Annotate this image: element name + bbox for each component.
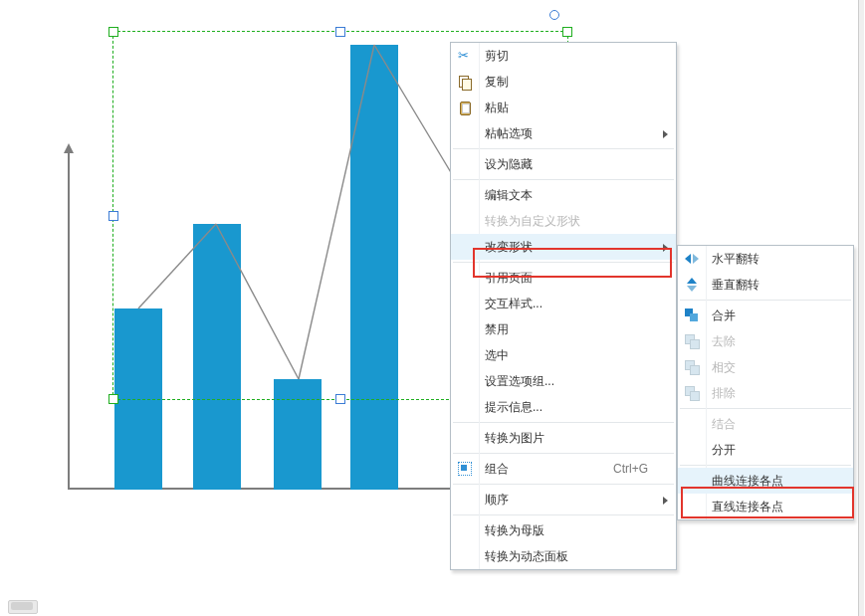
menu-edit-text[interactable]: 编辑文本 <box>451 182 676 208</box>
menu-change-shape-label: 改变形状 <box>485 240 533 254</box>
menu-select[interactable]: 选中 <box>451 342 676 368</box>
menu-cut-label: 剪切 <box>485 49 509 63</box>
menu-order-label: 顺序 <box>485 493 509 507</box>
menu-disable[interactable]: 禁用 <box>451 316 676 342</box>
menu-change-shape[interactable]: 改变形状 <box>451 234 676 260</box>
menu-disable-label: 禁用 <box>485 322 509 336</box>
menu-reference-page-label: 引用页面 <box>485 271 533 285</box>
menu-set-options-group-label: 设置选项组... <box>485 374 554 388</box>
menu-group-shortcut: Ctrl+G <box>613 456 648 482</box>
menu-convert-to-master-label: 转换为母版 <box>485 523 544 537</box>
separator <box>453 179 674 180</box>
menu-paste-options[interactable]: 粘帖选项 <box>451 120 676 146</box>
submenu-flip-h[interactable]: 水平翻转 <box>678 246 853 272</box>
copy-icon <box>458 75 472 89</box>
submenu-line-connect[interactable]: 直线连接各点 <box>678 494 853 519</box>
handle-ne[interactable] <box>562 27 572 37</box>
handle-w[interactable] <box>108 211 118 221</box>
submenu-intersect: 相交 <box>678 354 853 380</box>
menu-set-hidden[interactable]: 设为隐藏 <box>451 151 676 177</box>
submenu-exclude: 排除 <box>678 380 853 406</box>
menu-copy-label: 复制 <box>485 75 509 89</box>
handle-n[interactable] <box>335 27 345 37</box>
change-shape-submenu: 水平翻转 垂直翻转 合并 去除 相交 排除 结合 分开 曲线连接各点 直线连接各… <box>677 245 854 520</box>
menu-cut[interactable]: ✂ 剪切 <box>451 43 676 69</box>
submenu-flip-h-label: 水平翻转 <box>712 252 759 266</box>
separator <box>453 148 674 149</box>
menu-select-label: 选中 <box>485 348 509 362</box>
menu-interaction-style[interactable]: 交互样式... <box>451 291 676 316</box>
separator <box>453 453 674 454</box>
y-axis <box>68 151 70 490</box>
menu-paste-options-label: 粘帖选项 <box>485 126 533 140</box>
separator <box>453 422 674 423</box>
flip-vertical-icon <box>687 278 697 292</box>
submenu-flip-v[interactable]: 垂直翻转 <box>678 272 853 298</box>
menu-group-label: 组合 <box>485 462 509 476</box>
intersect-icon <box>685 360 699 374</box>
submenu-flip-v-label: 垂直翻转 <box>712 278 759 292</box>
menu-interaction-style-label: 交互样式... <box>485 297 542 310</box>
submenu-arrow-icon <box>663 497 668 505</box>
separator <box>453 262 674 263</box>
menu-convert-to-image[interactable]: 转换为图片 <box>451 425 676 451</box>
menu-paste-label: 粘贴 <box>485 101 509 114</box>
flip-horizontal-icon <box>685 254 699 264</box>
submenu-combine: 结合 <box>678 411 853 437</box>
menu-set-hidden-label: 设为隐藏 <box>485 157 533 171</box>
horizontal-scrollbar[interactable] <box>8 600 38 614</box>
handle-sw[interactable] <box>108 394 118 404</box>
submenu-combine-label: 结合 <box>712 417 736 431</box>
menu-convert-to-image-label: 转换为图片 <box>485 431 544 445</box>
separator <box>453 484 674 485</box>
submenu-arrow-icon <box>663 130 668 138</box>
submenu-separate[interactable]: 分开 <box>678 437 853 463</box>
menu-convert-custom-shape: 转换为自定义形状 <box>451 208 676 234</box>
submenu-merge-label: 合并 <box>712 308 736 322</box>
submenu-subtract-label: 去除 <box>712 334 736 348</box>
submenu-curve-connect-label: 曲线连接各点 <box>712 474 783 488</box>
menu-set-options-group[interactable]: 设置选项组... <box>451 368 676 394</box>
submenu-intersect-label: 相交 <box>712 360 736 374</box>
menu-tooltip-label: 提示信息... <box>485 400 542 414</box>
cut-icon: ✂ <box>458 49 472 63</box>
paste-icon <box>458 101 472 114</box>
submenu-exclude-label: 排除 <box>712 386 736 400</box>
submenu-line-connect-label: 直线连接各点 <box>712 500 783 513</box>
group-icon <box>458 462 472 476</box>
vertical-ruler <box>858 0 864 616</box>
menu-convert-custom-shape-label: 转换为自定义形状 <box>485 214 580 228</box>
subtract-icon <box>685 334 699 348</box>
menu-copy[interactable]: 复制 <box>451 69 676 95</box>
menu-tooltip[interactable]: 提示信息... <box>451 394 676 420</box>
menu-convert-to-dynamic-panel[interactable]: 转换为动态面板 <box>451 543 676 569</box>
menu-reference-page[interactable]: 引用页面 <box>451 265 676 291</box>
rotate-handle[interactable] <box>549 10 559 20</box>
menu-paste[interactable]: 粘贴 <box>451 95 676 120</box>
exclude-icon <box>685 386 699 400</box>
menu-convert-to-dynamic-panel-label: 转换为动态面板 <box>485 549 568 563</box>
menu-order[interactable]: 顺序 <box>451 487 676 513</box>
handle-s[interactable] <box>335 394 345 404</box>
submenu-subtract: 去除 <box>678 328 853 354</box>
menu-edit-text-label: 编辑文本 <box>485 188 533 202</box>
menu-group[interactable]: 组合 Ctrl+G <box>451 456 676 482</box>
handle-nw[interactable] <box>108 27 118 37</box>
submenu-arrow-icon <box>663 244 668 252</box>
separator <box>453 514 674 515</box>
menu-convert-to-master[interactable]: 转换为母版 <box>451 517 676 543</box>
submenu-curve-connect[interactable]: 曲线连接各点 <box>678 468 853 494</box>
submenu-separate-label: 分开 <box>712 443 736 457</box>
submenu-merge[interactable]: 合并 <box>678 303 853 328</box>
context-menu: ✂ 剪切 复制 粘贴 粘帖选项 设为隐藏 编辑文本 转换为自定义形状 改变形状 … <box>450 42 677 570</box>
merge-icon <box>685 308 699 322</box>
canvas[interactable]: ✂ 剪切 复制 粘贴 粘帖选项 设为隐藏 编辑文本 转换为自定义形状 改变形状 … <box>0 0 865 616</box>
